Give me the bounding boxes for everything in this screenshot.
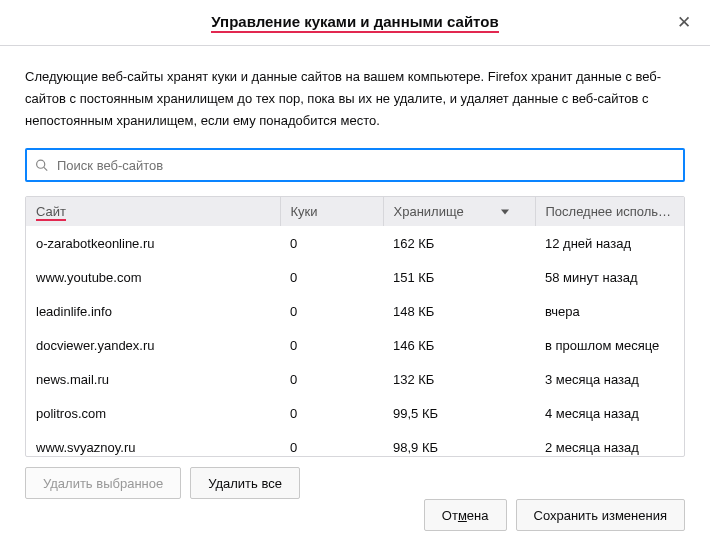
cell-cookies: 0 [280,430,383,456]
cancel-prefix: От [442,508,458,523]
dialog-header: Управление куками и данными сайтов ✕ [0,0,710,46]
cell-cookies: 0 [280,294,383,328]
svg-point-0 [37,160,45,168]
cell-storage: 151 КБ [383,260,535,294]
cell-site: o-zarabotkeonline.ru [26,226,280,260]
cancel-suffix: ена [467,508,489,523]
cell-storage: 98,9 КБ [383,430,535,456]
table-row[interactable]: docviewer.yandex.ru0146 КБв прошлом меся… [26,328,684,362]
cell-lastused: 12 дней назад [535,226,684,260]
cell-cookies: 0 [280,226,383,260]
cell-site: docviewer.yandex.ru [26,328,280,362]
cell-storage: 132 КБ [383,362,535,396]
cell-storage: 99,5 КБ [383,396,535,430]
sites-table: Сайт Куки Хранилище Последнее использ… o… [25,196,685,457]
dialog-body: Следующие веб-сайты хранят куки и данные… [0,46,710,499]
remove-all-button[interactable]: Удалить все [190,467,300,499]
cell-cookies: 0 [280,362,383,396]
cell-cookies: 0 [280,328,383,362]
cell-cookies: 0 [280,396,383,430]
dialog-description: Следующие веб-сайты хранят куки и данные… [25,66,685,132]
table-row[interactable]: www.svyaznoy.ru098,9 КБ2 месяца назад [26,430,684,456]
cell-lastused: вчера [535,294,684,328]
table-row[interactable]: news.mail.ru0132 КБ3 месяца назад [26,362,684,396]
column-header-storage-label: Хранилище [394,204,464,219]
cell-storage: 148 КБ [383,294,535,328]
column-header-cookies[interactable]: Куки [280,197,383,226]
cell-site: leadinlife.info [26,294,280,328]
table-actions: Удалить выбранное Удалить все [25,467,685,499]
cell-site: news.mail.ru [26,362,280,396]
cell-storage: 146 КБ [383,328,535,362]
cancel-accel: м [458,508,467,523]
cell-storage: 162 КБ [383,226,535,260]
svg-line-1 [44,168,47,171]
search-icon [35,159,48,172]
cell-lastused: в прошлом месяце [535,328,684,362]
table-row[interactable]: www.youtube.com0151 КБ58 минут назад [26,260,684,294]
save-button[interactable]: Сохранить изменения [516,499,686,531]
column-header-lastused[interactable]: Последнее использ… [535,197,684,226]
column-header-storage[interactable]: Хранилище [383,197,535,226]
remove-selected-button[interactable]: Удалить выбранное [25,467,181,499]
dialog-title: Управление куками и данными сайтов [211,13,498,33]
table-row[interactable]: leadinlife.info0148 КБвчера [26,294,684,328]
cell-lastused: 3 месяца назад [535,362,684,396]
column-header-site-label: Сайт [36,204,66,221]
cell-cookies: 0 [280,260,383,294]
cell-lastused: 58 минут назад [535,260,684,294]
search-field [25,148,685,182]
cell-lastused: 4 месяца назад [535,396,684,430]
column-header-site[interactable]: Сайт [26,197,280,226]
cell-site: www.youtube.com [26,260,280,294]
sort-desc-icon [501,209,509,214]
dialog-footer: Отмена Сохранить изменения [424,499,685,531]
table-row[interactable]: politros.com099,5 КБ4 месяца назад [26,396,684,430]
cancel-button[interactable]: Отмена [424,499,507,531]
sites-table-scroll[interactable]: Сайт Куки Хранилище Последнее использ… o… [26,197,684,456]
cell-site: politros.com [26,396,280,430]
close-button[interactable]: ✕ [674,12,694,32]
search-input[interactable] [25,148,685,182]
cell-site: www.svyaznoy.ru [26,430,280,456]
table-row[interactable]: o-zarabotkeonline.ru0162 КБ12 дней назад [26,226,684,260]
cell-lastused: 2 месяца назад [535,430,684,456]
